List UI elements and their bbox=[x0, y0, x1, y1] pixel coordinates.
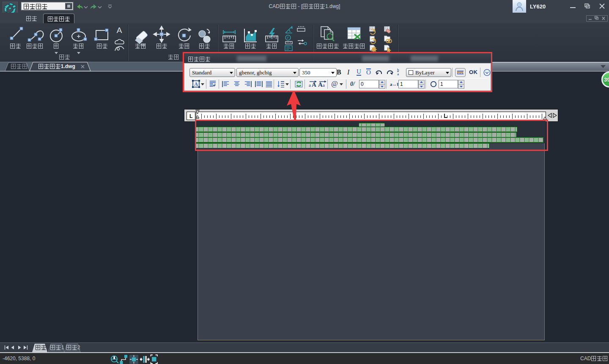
svg-text:A: A bbox=[194, 81, 198, 87]
svg-text:A: A bbox=[318, 81, 323, 88]
svg-text:a: a bbox=[309, 82, 311, 88]
svg-text:a: a bbox=[323, 82, 325, 88]
svg-text:A: A bbox=[312, 81, 316, 88]
svg-text:A: A bbox=[117, 26, 122, 35]
